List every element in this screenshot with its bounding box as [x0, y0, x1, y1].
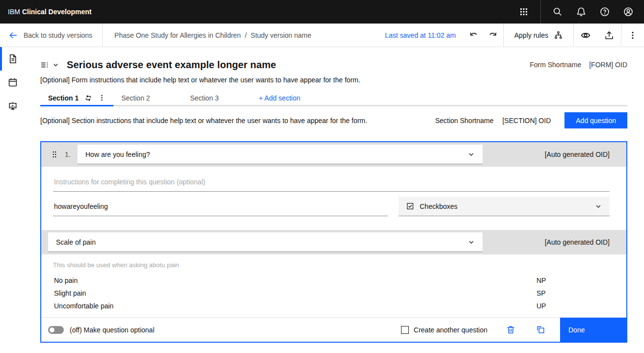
rules-tree-icon [554, 31, 563, 39]
redo-icon[interactable] [483, 24, 503, 47]
breadcrumb: Phase One Study for Allergies in Childre… [103, 31, 311, 39]
question-type-value: Checkboxes [420, 202, 589, 210]
app-header: IBMClinical Development [0, 0, 644, 24]
tab-section-1[interactable]: Section 1 [40, 91, 113, 106]
question-card-footer: (off) Make question optional Create anot… [41, 317, 626, 342]
help-icon[interactable] [593, 0, 617, 24]
delete-question-icon[interactable] [506, 325, 515, 334]
preview-eye-icon[interactable] [574, 24, 597, 47]
form-instructions-text: [Optional] Form instructions that includ… [40, 76, 627, 84]
create-another-checkbox[interactable] [401, 326, 409, 334]
back-label: Back to study versions [24, 31, 92, 39]
auto-generated-oid-label: [Auto generated OID] [545, 151, 610, 158]
section-shortname-label: Section Shortname [435, 117, 493, 125]
search-icon[interactable] [546, 0, 569, 24]
question-name-input[interactable] [53, 200, 388, 216]
tab-overflow-icon[interactable] [98, 94, 106, 101]
table-of-contents-icon[interactable] [40, 61, 49, 69]
subquestion-dropdown[interactable]: Scale of pain [48, 232, 483, 252]
question-text-value: How are you feeling? [85, 151, 468, 158]
option-label: No pain [54, 277, 537, 284]
optional-toggle-label: (off) Make question optional [70, 326, 155, 334]
question-number: 1. [65, 151, 72, 158]
sidebar-item-schedule[interactable] [0, 71, 24, 94]
apply-rules-button[interactable]: Apply rules [504, 24, 573, 47]
last-saved-link[interactable]: Last saved at 11:02 am [385, 31, 456, 39]
document-icon [8, 54, 18, 64]
notifications-icon[interactable] [569, 0, 593, 24]
chevron-down-icon [468, 151, 475, 158]
question-text-dropdown[interactable]: How are you feeling? [78, 145, 483, 164]
chevron-down-icon [468, 239, 475, 246]
create-another-label: Create another question [414, 326, 487, 334]
list-item[interactable]: Slight pain SP [41, 287, 626, 300]
add-section-link[interactable]: + Add section [259, 94, 300, 105]
tab-section-3[interactable]: Section 3 [182, 91, 250, 106]
option-code: NP [537, 277, 610, 284]
subquestion-header-band: Scale of pain [Auto generated OID] [41, 230, 626, 254]
drag-handle-icon[interactable] [52, 151, 57, 158]
app-switcher-icon[interactable] [512, 0, 536, 24]
duplicate-question-icon[interactable] [536, 325, 545, 334]
form-oid-label: [FORM] OID [589, 61, 627, 69]
export-upload-icon[interactable] [597, 24, 621, 47]
question-type-dropdown[interactable]: Checkboxes [399, 197, 610, 216]
sidebar-item-reports[interactable] [0, 94, 24, 118]
tab-label: Section 1 [48, 94, 79, 102]
auto-generated-oid-label: [Auto generated OID] [545, 238, 610, 246]
app-brand: IBMClinical Development [0, 8, 91, 16]
sidebar-item-forms[interactable] [0, 47, 24, 71]
add-question-button[interactable]: Add question [564, 112, 627, 128]
section-oid-label: [SECTION] OID [502, 117, 551, 125]
tab-section-2[interactable]: Section 2 [113, 91, 181, 106]
option-code: UP [537, 302, 610, 310]
header-divider [540, 0, 541, 24]
back-to-study-versions-button[interactable]: Back to study versions [0, 24, 102, 47]
answer-options-list: No pain NP Slight pain SP Uncomfortable … [41, 274, 626, 312]
checkbox-checked-icon [406, 202, 414, 210]
chevron-down-icon [595, 203, 602, 210]
optional-toggle[interactable] [48, 326, 64, 334]
chevron-down-icon[interactable] [53, 62, 59, 68]
breadcrumb-separator: / [245, 31, 247, 39]
brand-prefix: IBM [8, 8, 20, 16]
question-header-band: 1. How are you feeling? [Auto generated … [41, 142, 626, 167]
list-item[interactable]: Uncomfortable pain UP [41, 300, 626, 312]
done-button[interactable]: Done [560, 318, 626, 342]
section-tabs: Section 1 Section 2 [40, 91, 627, 106]
undo-icon[interactable] [464, 24, 483, 47]
option-label: Uncomfortable pain [54, 302, 537, 310]
back-arrow-icon [9, 31, 18, 40]
tab-label: Section 2 [121, 94, 150, 102]
option-label: Slight pain [54, 289, 537, 297]
brand-name: Clinical Development [22, 8, 92, 16]
done-label: Done [568, 326, 585, 334]
user-avatar-icon[interactable] [617, 0, 640, 24]
overflow-menu-icon[interactable] [621, 24, 644, 47]
apply-rules-label: Apply rules [514, 31, 548, 39]
presentation-chart-icon [8, 101, 18, 111]
page-title: Serious adverse event example longer nam… [67, 59, 276, 71]
left-sidebar [0, 47, 24, 353]
list-item[interactable]: No pain NP [41, 274, 626, 287]
question-edit-card: 1. How are you feeling? [Auto generated … [40, 141, 627, 343]
toolbar: Back to study versions Phase One Study f… [0, 24, 644, 47]
section-instructions-text: [Optional] Section instructions that inc… [40, 117, 367, 125]
subquestion-help-text: This should be used when asking abotu pa… [53, 261, 610, 269]
form-shortname-label: Form Shortname [530, 61, 581, 69]
tab-label: Section 3 [190, 94, 218, 102]
option-code: SP [537, 289, 610, 297]
calendar-icon [8, 77, 18, 87]
question-instructions-input[interactable] [53, 176, 610, 192]
subquestion-value: Scale of pain [56, 238, 468, 246]
breadcrumb-study[interactable]: Phase One Study for Allergies in Childre… [114, 31, 241, 39]
repeat-section-icon[interactable] [84, 94, 92, 102]
breadcrumb-version: Study version name [251, 31, 312, 39]
